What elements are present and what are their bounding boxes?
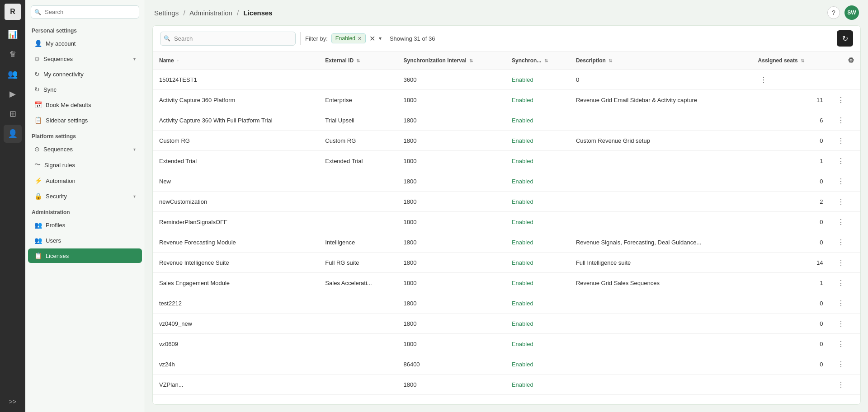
col-header-description[interactable]: Description ⇅: [570, 52, 752, 70]
row-actions-button[interactable]: ⋮: [835, 257, 846, 268]
sidebar-search-container: 🔍: [25, 0, 145, 22]
breadcrumb-settings: Settings: [154, 9, 179, 17]
nav-crown[interactable]: ♛: [4, 45, 22, 63]
col-header-name[interactable]: Name ↑: [153, 52, 319, 70]
col-header-external-id[interactable]: External ID ⇅: [319, 52, 397, 70]
clear-filters-button[interactable]: ✕: [369, 34, 375, 43]
sync-icon: ↻: [34, 86, 40, 93]
row-actions-button[interactable]: ⋮: [758, 74, 769, 85]
help-button[interactable]: ?: [827, 6, 840, 19]
cell-name: vz0409_new: [153, 314, 319, 334]
cell-actions: ⋮: [829, 90, 860, 110]
sort-name-icon: ↑: [177, 58, 179, 63]
sidebar-item-sequences-platform[interactable]: ⊙ Sequences ▾: [28, 142, 142, 156]
top-header: Settings / Administration / Licenses ? S…: [145, 0, 868, 25]
table-row: Extended Trial Extended Trial 1800 Enabl…: [153, 151, 860, 171]
security-chevron: ▾: [133, 194, 136, 199]
row-actions-button[interactable]: ⋮: [835, 155, 846, 166]
row-actions-button[interactable]: ⋮: [835, 196, 846, 207]
sidebar-item-signal-rules[interactable]: 〜 Signal rules: [28, 157, 142, 173]
sidebar-item-my-connectivity[interactable]: ↻ My connectivity: [28, 67, 142, 81]
gear-settings-icon[interactable]: ⚙: [848, 56, 854, 64]
cell-sync-interval: 1800: [397, 131, 505, 151]
table-row: vz0609 1800 Enabled 0 ⋮: [153, 334, 860, 354]
cell-description: Custom Revenue Grid setup: [570, 131, 752, 151]
filter-chevron-icon[interactable]: ▾: [379, 35, 382, 42]
sort-seats-icon: ⇅: [801, 58, 804, 63]
sidebar-item-label: My connectivity: [43, 71, 84, 78]
col-header-synch-status[interactable]: Synchron... ⇅: [505, 52, 570, 70]
row-actions-button[interactable]: ⋮: [835, 338, 846, 349]
avatar[interactable]: SW: [844, 5, 859, 20]
sidebar-item-my-account[interactable]: 👤 My account: [28, 36, 142, 51]
cell-external-id: Trial Upsell: [319, 110, 397, 131]
sidebar-item-profiles[interactable]: 👥 Profiles: [28, 218, 142, 232]
row-actions-button[interactable]: ⋮: [835, 277, 846, 288]
sidebar-item-label: Users: [46, 237, 61, 244]
connectivity-icon: ↻: [34, 70, 40, 78]
toolbar-divider: [300, 32, 301, 45]
row-actions-button[interactable]: ⋮: [835, 135, 846, 146]
cell-description: Revenue Signals, Forecasting, Deal Guida…: [570, 232, 752, 253]
my-account-icon: 👤: [34, 40, 42, 47]
row-actions-button[interactable]: ⋮: [835, 115, 846, 126]
cell-synch-status: Enabled: [505, 70, 570, 90]
table-row: Sales Engagement Module Sales Accelerati…: [153, 273, 860, 293]
cell-description: [570, 171, 752, 192]
col-header-assigned-seats[interactable]: Assigned seats ⇅: [752, 52, 830, 70]
cell-description: [570, 192, 752, 212]
filter-tag-enabled[interactable]: Enabled ✕: [331, 33, 366, 43]
row-actions-button[interactable]: ⋮: [835, 298, 846, 309]
sidebar-item-automation[interactable]: ⚡ Automation: [28, 173, 142, 188]
administration-title: Administration: [25, 204, 145, 217]
nav-people[interactable]: 👥: [4, 65, 22, 83]
cell-name: Custom RG: [153, 131, 319, 151]
sidebar-item-book-me[interactable]: 📅 Book Me defaults: [28, 98, 142, 112]
cell-assigned-seats: 6: [752, 110, 830, 131]
row-actions-button[interactable]: ⋮: [835, 94, 846, 105]
sidebar-item-sequences-personal[interactable]: ⊙ Sequences ▾: [28, 52, 142, 66]
nav-chart[interactable]: 📊: [4, 25, 22, 43]
cell-external-id: Full RG suite: [319, 253, 397, 273]
cell-external-id: Enterprise: [319, 90, 397, 110]
sidebar-item-sync[interactable]: ↻ Sync: [28, 82, 142, 97]
automation-icon: ⚡: [34, 177, 42, 184]
row-actions-button[interactable]: ⋮: [835, 176, 846, 187]
toolbar-search-input[interactable]: [160, 32, 296, 46]
sidebar-item-security[interactable]: 🔒 Security ▾: [28, 189, 142, 203]
cell-sync-interval: 1800: [397, 293, 505, 314]
cell-sync-interval: 1800: [397, 212, 505, 232]
sidebar-item-licenses[interactable]: 📋 Licenses: [28, 248, 142, 263]
row-actions-button[interactable]: ⋮: [835, 318, 846, 329]
cell-external-id: [319, 375, 397, 395]
profiles-icon: 👥: [34, 221, 42, 229]
row-actions-button[interactable]: ⋮: [835, 359, 846, 370]
sidebar-item-label: Signal rules: [44, 162, 75, 169]
users-icon: 👥: [34, 237, 42, 244]
sidebar-item-label: Automation: [46, 178, 75, 184]
expand-sidebar-button[interactable]: >>: [4, 395, 22, 408]
col-header-sync-interval[interactable]: Synchronization interval ⇅: [397, 52, 505, 70]
sidebar-item-users[interactable]: 👥 Users: [28, 233, 142, 248]
refresh-button[interactable]: ↻: [837, 30, 853, 47]
sidebar-item-label: My account: [46, 40, 75, 47]
sidebar-item-sidebar-settings[interactable]: 📋 Sidebar settings: [28, 113, 142, 127]
cell-description: Full Intelligence suite: [570, 253, 752, 273]
cell-synch-status: Enabled: [505, 212, 570, 232]
row-actions-button[interactable]: ⋮: [835, 216, 846, 227]
cell-assigned-seats: 0: [752, 354, 830, 375]
row-actions-button[interactable]: ⋮: [835, 237, 846, 248]
row-actions-button[interactable]: ⋮: [835, 379, 846, 390]
filter-tag-close[interactable]: ✕: [358, 36, 362, 42]
nav-play[interactable]: ▶: [4, 85, 22, 103]
table-row: test2212 1800 Enabled 0 ⋮: [153, 293, 860, 314]
breadcrumb-sep1: /: [183, 9, 185, 17]
nav-person[interactable]: 👤: [4, 125, 22, 143]
sidebar-search-input[interactable]: [31, 5, 139, 19]
cell-synch-status: Enabled: [505, 253, 570, 273]
cell-external-id: [319, 192, 397, 212]
nav-grid[interactable]: ⊞: [4, 105, 22, 123]
cell-assigned-seats: 0: [752, 131, 830, 151]
cell-name: Activity Capture 360 With Full Platform …: [153, 110, 319, 131]
cell-external-id: [319, 70, 397, 90]
